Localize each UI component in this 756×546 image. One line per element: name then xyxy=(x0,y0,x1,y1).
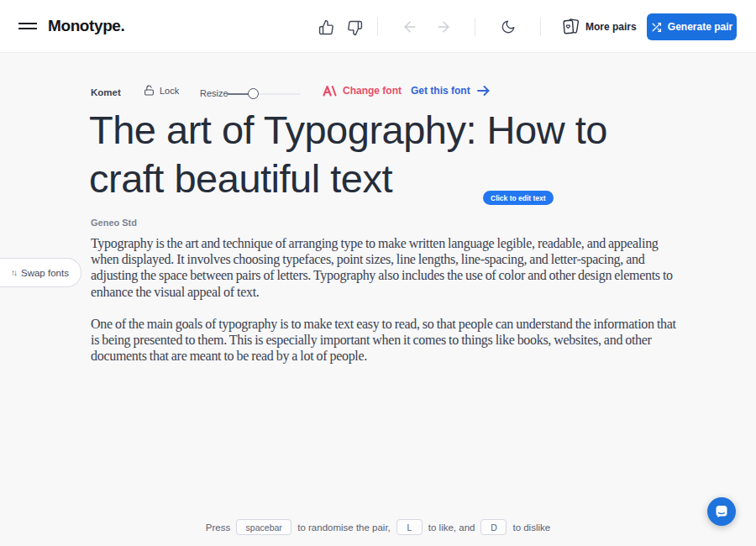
chat-messenger-icon xyxy=(714,504,729,519)
divider xyxy=(377,18,378,36)
sample-body-text[interactable]: Typography is the art and technique of a… xyxy=(91,235,683,380)
menu-icon[interactable] xyxy=(18,23,37,31)
more-pairs-label: More pairs xyxy=(585,21,637,33)
heading-font-name: Komet xyxy=(91,87,121,97)
swap-arrows-icon: ↑↓ xyxy=(11,268,16,277)
thumbs-up-button[interactable] xyxy=(316,17,336,37)
sample-heading-text[interactable]: The art of Typography: How to craft beau… xyxy=(89,106,677,203)
get-this-font-link[interactable]: Get this font xyxy=(411,85,490,97)
hint-like: to like, and xyxy=(428,522,475,533)
change-font-button[interactable]: Change font xyxy=(323,85,402,97)
previous-pair-button[interactable] xyxy=(400,17,420,37)
app-header: Monotype. More pairs Generate pair xyxy=(0,0,756,53)
thumbs-down-button[interactable] xyxy=(344,18,365,38)
click-to-edit-label: Click to edit text xyxy=(491,194,546,202)
change-font-label: Change font xyxy=(343,85,402,97)
like-key: L xyxy=(396,519,423,535)
card-stack-heart-icon xyxy=(561,17,580,37)
more-pairs-button[interactable]: More pairs xyxy=(561,16,637,38)
arrow-left-icon xyxy=(402,18,418,35)
hint-randomise: to randomise the pair, xyxy=(297,522,391,533)
moon-icon xyxy=(501,19,516,34)
font-glyph-icon xyxy=(323,85,337,97)
thumbs-down-icon xyxy=(347,20,363,36)
hint-press: Press xyxy=(206,522,230,533)
shuffle-icon xyxy=(651,22,662,33)
lock-font-button[interactable]: Lock xyxy=(144,85,179,96)
keyboard-hints-bar: Press spacebar to randomise the pair, L … xyxy=(0,519,756,535)
body-paragraph[interactable]: Typography is the art and technique of a… xyxy=(91,235,683,300)
dark-mode-toggle[interactable] xyxy=(498,17,518,37)
get-this-font-label: Get this font xyxy=(411,85,470,97)
lock-label: Lock xyxy=(160,86,179,96)
unlock-icon xyxy=(144,85,155,96)
arrow-right-icon xyxy=(435,18,452,35)
resize-slider[interactable] xyxy=(227,91,301,97)
hint-dislike: to dislike xyxy=(512,522,550,533)
resize-slider-thumb[interactable] xyxy=(248,88,259,99)
generate-pair-label: Generate pair xyxy=(668,21,732,33)
chat-launcher-button[interactable] xyxy=(707,497,736,526)
thumbs-up-icon xyxy=(318,19,334,35)
body-paragraph[interactable]: One of the main goals of typography is t… xyxy=(91,316,683,365)
generate-pair-button[interactable]: Generate pair xyxy=(647,13,737,40)
dislike-key: D xyxy=(480,519,507,535)
click-to-edit-badge[interactable]: Click to edit text xyxy=(483,191,554,205)
body-font-name: Geneo Std xyxy=(91,218,137,228)
divider xyxy=(475,18,475,36)
swap-fonts-button[interactable]: ↑↓ Swap fonts xyxy=(0,258,81,287)
next-pair-button[interactable] xyxy=(433,17,454,37)
logo: Monotype. xyxy=(48,17,124,35)
divider xyxy=(540,18,541,36)
spacebar-key: spacebar xyxy=(236,519,291,535)
arrow-right-icon xyxy=(477,86,490,96)
resize-label: Resize xyxy=(200,88,228,98)
swap-fonts-label: Swap fonts xyxy=(21,268,69,278)
